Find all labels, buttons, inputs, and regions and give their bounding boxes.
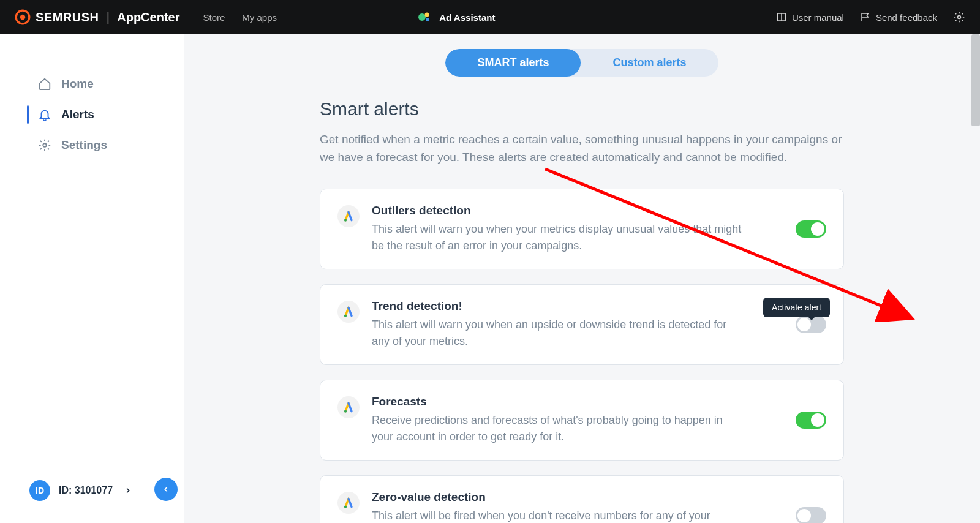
- tooltip-activate: Activate alert: [763, 298, 830, 317]
- google-ads-icon: [337, 492, 360, 514]
- appcenter-label[interactable]: AppCenter: [117, 10, 179, 24]
- svg-point-12: [344, 505, 347, 508]
- nav-myapps[interactable]: My apps: [242, 12, 277, 23]
- sidebar-collapse-button[interactable]: [154, 478, 178, 501]
- alert-description: This alert will be fired when you don't …: [372, 508, 783, 523]
- sidebar-item-label: Home: [61, 77, 94, 91]
- svg-point-11: [344, 410, 347, 412]
- sidebar-footer: ID ID: 3101077: [29, 480, 169, 501]
- alert-description: This alert will warn you when an upside …: [372, 317, 783, 350]
- ad-assistant-icon: [417, 10, 432, 24]
- alert-tabs: SMART alerts Custom alerts: [184, 49, 980, 77]
- alert-title: Forecasts: [372, 395, 783, 408]
- alert-card-forecasts: Forecasts Receive predictions and foreca…: [320, 380, 844, 461]
- sidebar-item-label: Alerts: [61, 108, 94, 121]
- topbar: SEMRUSH | AppCenter Store My apps Ad Ass…: [0, 0, 980, 34]
- alert-card-zerovalue: Zero-value detection This alert will be …: [320, 475, 844, 523]
- flag-icon: [860, 12, 871, 23]
- alert-card-outliers: Outliers detection This alert will warn …: [320, 189, 844, 269]
- send-feedback-label: Send feedback: [876, 12, 937, 23]
- nav-store[interactable]: Store: [203, 12, 225, 23]
- topbar-right: User manual Send feedback: [776, 11, 965, 23]
- section-description: Get notified when a metric reaches a cer…: [320, 130, 844, 167]
- svg-point-2: [418, 13, 426, 21]
- toggle-zerovalue[interactable]: [796, 507, 826, 523]
- svg-point-4: [426, 18, 429, 21]
- svg-point-3: [425, 13, 429, 17]
- toggle-outliers[interactable]: [796, 220, 826, 238]
- toggle-trend[interactable]: Activate alert: [796, 316, 826, 333]
- gear-icon: [38, 138, 51, 152]
- svg-point-10: [344, 314, 347, 317]
- book-icon: [776, 12, 787, 23]
- home-icon: [38, 77, 51, 91]
- alert-description: This alert will warn you when your metri…: [372, 221, 783, 254]
- alert-title: Trend detection!: [372, 299, 783, 313]
- user-manual-link[interactable]: User manual: [776, 12, 844, 23]
- tab-smart-alerts[interactable]: SMART alerts: [445, 49, 581, 77]
- bell-icon: [38, 108, 51, 121]
- account-id[interactable]: ID: 3101077: [59, 485, 113, 496]
- current-app: Ad Assistant: [417, 10, 495, 24]
- google-ads-icon: [337, 205, 360, 227]
- toggle-forecasts[interactable]: [796, 412, 826, 429]
- google-ads-icon: [337, 396, 360, 418]
- scrollbar[interactable]: [971, 34, 980, 126]
- brand[interactable]: SEMRUSH: [15, 9, 99, 25]
- chevron-left-icon: [162, 485, 170, 494]
- sidebar-item-label: Settings: [61, 138, 107, 152]
- alert-title: Zero-value detection: [372, 491, 783, 504]
- alert-card-trend: Trend detection! This alert will warn yo…: [320, 284, 844, 365]
- google-ads-icon: [337, 301, 360, 323]
- settings-gear-icon[interactable]: [953, 11, 965, 23]
- send-feedback-link[interactable]: Send feedback: [860, 12, 937, 23]
- svg-point-1: [20, 15, 26, 20]
- nav-links: Store My apps: [203, 12, 277, 23]
- main-content: SMART alerts Custom alerts Smart alerts …: [184, 34, 980, 523]
- brand-text: SEMRUSH: [36, 10, 99, 24]
- sidebar-item-home[interactable]: Home: [0, 69, 184, 99]
- svg-point-9: [344, 219, 347, 221]
- brand-divider: |: [107, 9, 110, 25]
- sidebar-item-settings[interactable]: Settings: [0, 130, 184, 160]
- svg-point-7: [958, 16, 961, 19]
- alert-description: Receive predictions and forecasts of wha…: [372, 412, 783, 445]
- sidebar: Home Alerts Settings ID ID: 3101077: [0, 34, 184, 523]
- semrush-logo-icon: [15, 9, 31, 25]
- sidebar-item-alerts[interactable]: Alerts: [0, 99, 184, 130]
- alert-title: Outliers detection: [372, 204, 783, 217]
- section-title: Smart alerts: [320, 99, 844, 119]
- tab-custom-alerts[interactable]: Custom alerts: [581, 49, 718, 77]
- id-badge: ID: [29, 480, 50, 501]
- chevron-right-icon[interactable]: [124, 486, 132, 495]
- current-app-name: Ad Assistant: [439, 12, 495, 23]
- svg-point-8: [43, 143, 47, 147]
- user-manual-label: User manual: [792, 12, 844, 23]
